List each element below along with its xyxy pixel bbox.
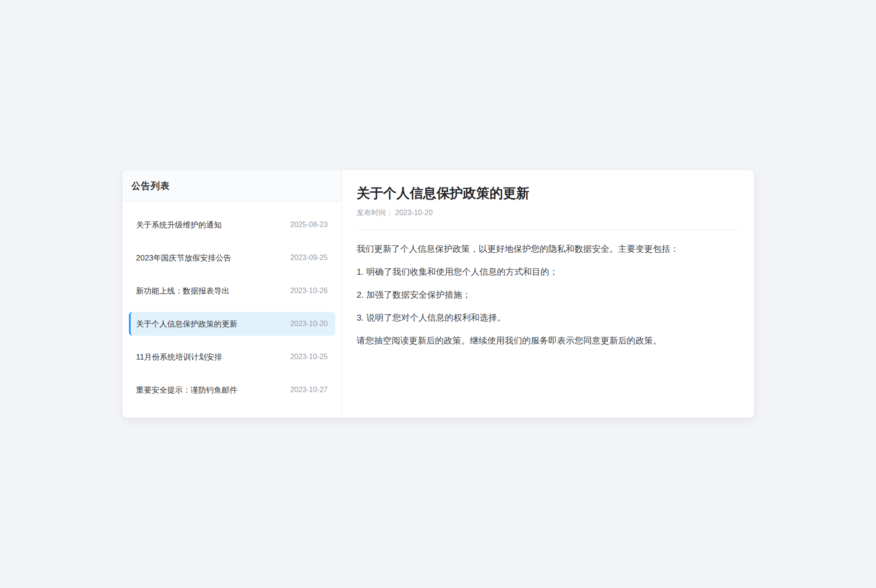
announcement-item-title: 11月份系统培训计划安排 xyxy=(136,352,222,362)
announcement-list: 关于系统升级维护的通知 2025-08-23 2023年国庆节放假安排公告 20… xyxy=(122,202,342,413)
announcement-list-item[interactable]: 11月份系统培训计划安排 2023-10-25 xyxy=(129,345,335,369)
announcement-item-title: 2023年国庆节放假安排公告 xyxy=(136,253,232,263)
announcement-item-date: 2023-10-20 xyxy=(290,320,328,328)
announcement-item-title: 新功能上线：数据报表导出 xyxy=(136,286,230,296)
announcement-list-item[interactable]: 关于系统升级维护的通知 2025-08-23 xyxy=(129,213,335,237)
announcement-list-item[interactable]: 2023年国庆节放假安排公告 2023-09-25 xyxy=(129,246,335,270)
announcement-item-date: 2023-09-25 xyxy=(290,254,328,262)
detail-paragraph: 3. 说明了您对个人信息的权利和选择。 xyxy=(357,311,739,324)
announcement-item-date: 2023-10-25 xyxy=(290,353,328,361)
announcement-item-title: 关于系统升级维护的通知 xyxy=(136,220,222,230)
publish-time-date: 2023-10-20 xyxy=(395,209,433,216)
detail-paragraph: 2. 加强了数据安全保护措施； xyxy=(357,288,739,301)
announcement-item-title: 重要安全提示：谨防钓鱼邮件 xyxy=(136,385,238,395)
announcement-item-date: 2023-10-27 xyxy=(290,386,328,394)
sidebar-title: 公告列表 xyxy=(132,180,170,192)
detail-title: 关于个人信息保护政策的更新 xyxy=(357,184,739,202)
publish-time-label: 发布时间： xyxy=(357,209,394,216)
announcement-sidebar: 公告列表 关于系统升级维护的通知 2025-08-23 2023年国庆节放假安排… xyxy=(122,170,342,418)
detail-content: 我们更新了个人信息保护政策，以更好地保护您的隐私和数据安全。主要变更包括： 1.… xyxy=(357,243,739,347)
detail-paragraph: 请您抽空阅读更新后的政策。继续使用我们的服务即表示您同意更新后的政策。 xyxy=(357,334,739,347)
announcement-item-date: 2023-10-26 xyxy=(290,287,328,295)
announcement-item-date: 2025-08-23 xyxy=(290,221,328,229)
announcement-item-title: 关于个人信息保护政策的更新 xyxy=(136,319,238,329)
publish-time: 发布时间：2023-10-20 xyxy=(357,208,739,218)
detail-paragraph: 我们更新了个人信息保护政策，以更好地保护您的隐私和数据安全。主要变更包括： xyxy=(357,243,739,255)
detail-divider xyxy=(357,230,739,230)
announcement-list-item[interactable]: 新功能上线：数据报表导出 2023-10-26 xyxy=(129,279,335,303)
detail-paragraph: 1. 明确了我们收集和使用您个人信息的方式和目的； xyxy=(357,266,739,278)
announcement-list-item[interactable]: 重要安全提示：谨防钓鱼邮件 2023-10-27 xyxy=(129,378,335,402)
announcement-list-item-selected[interactable]: 关于个人信息保护政策的更新 2023-10-20 xyxy=(129,312,335,336)
announcement-detail-pane: 关于个人信息保护政策的更新 发布时间：2023-10-20 我们更新了个人信息保… xyxy=(342,170,754,418)
announcement-card: 公告列表 关于系统升级维护的通知 2025-08-23 2023年国庆节放假安排… xyxy=(122,170,754,418)
sidebar-header: 公告列表 xyxy=(122,170,342,202)
